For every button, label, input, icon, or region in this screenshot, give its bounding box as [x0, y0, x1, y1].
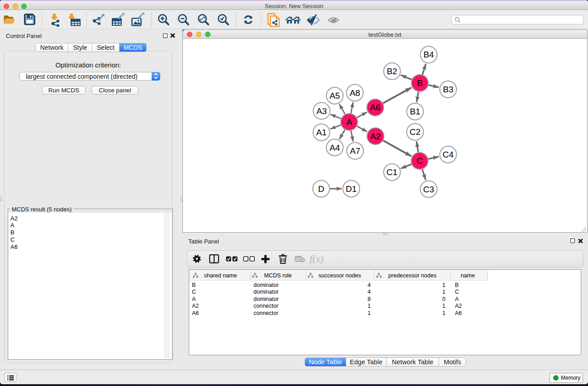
svg-text:A6: A6 — [370, 103, 380, 112]
svg-text:B3: B3 — [443, 85, 453, 94]
svg-text:C1: C1 — [387, 167, 397, 177]
svg-text:C: C — [416, 156, 423, 166]
svg-text:A8: A8 — [349, 88, 360, 98]
svg-text:C4: C4 — [443, 150, 454, 159]
svg-text:A1: A1 — [316, 128, 326, 137]
svg-text:A7: A7 — [350, 146, 360, 156]
svg-text:B1: B1 — [410, 107, 420, 116]
svg-text:A3: A3 — [316, 106, 327, 116]
svg-text:A4: A4 — [330, 143, 340, 152]
svg-text:C3: C3 — [423, 185, 434, 194]
svg-text:B2: B2 — [387, 67, 397, 76]
svg-text:A: A — [346, 117, 352, 127]
svg-text:D1: D1 — [346, 184, 357, 194]
svg-text:D: D — [318, 184, 325, 194]
svg-text:B: B — [417, 78, 423, 88]
svg-text:C2: C2 — [410, 127, 421, 137]
svg-text:A2: A2 — [370, 132, 381, 141]
svg-text:B4: B4 — [423, 50, 434, 59]
svg-text:A5: A5 — [330, 91, 340, 100]
